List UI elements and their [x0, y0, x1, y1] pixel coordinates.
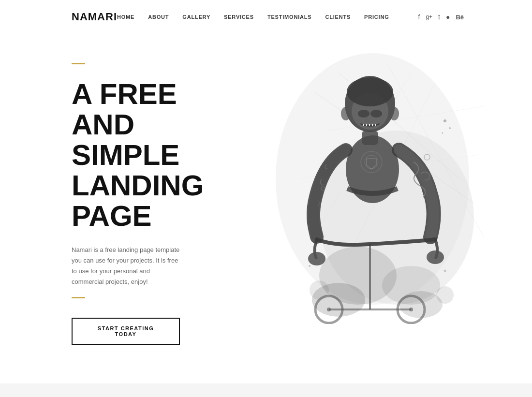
nav-pricing[interactable]: PRICING [364, 14, 389, 20]
svg-point-17 [308, 252, 325, 265]
header: NAMARI HOME ABOUT GALLERY SERVICES TESTI… [0, 0, 532, 34]
nav-services[interactable]: SERVICES [224, 14, 254, 20]
svg-point-27 [449, 127, 451, 129]
main-nav: HOME ABOUT GALLERY SERVICES TESTIMONIALS… [117, 14, 389, 20]
instagram-icon[interactable]: ● [446, 13, 450, 21]
hero-title: A FREE AND SIMPLE LANDING PAGE [72, 79, 180, 231]
hero-accent-line [72, 63, 85, 64]
svg-point-41 [409, 308, 413, 311]
svg-point-29 [309, 265, 310, 267]
svg-point-32 [399, 291, 443, 318]
svg-point-25 [389, 107, 399, 120]
hero-divider [72, 297, 85, 298]
svg-point-23 [370, 110, 382, 118]
svg-point-14 [347, 77, 393, 106]
nav-testimonials[interactable]: TESTIMONIALS [267, 14, 312, 20]
behance-icon[interactable]: Bē [456, 14, 464, 21]
hero-subtitle: Namari is a free landing page template y… [72, 245, 180, 287]
hero-content: A FREE AND SIMPLE LANDING PAGE Namari is… [0, 34, 251, 383]
svg-point-28 [442, 132, 443, 134]
svg-point-18 [427, 250, 444, 264]
svg-point-40 [327, 308, 331, 311]
hero-image [242, 34, 503, 324]
facebook-icon[interactable]: f [418, 13, 420, 21]
page-wrapper: NAMARI HOME ABOUT GALLERY SERVICES TESTI… [0, 0, 532, 397]
google-plus-icon[interactable]: g+ [426, 14, 432, 20]
bottom-section: SUCCESS How We Help You To Sell Your Pro… [0, 383, 532, 397]
svg-point-30 [444, 270, 446, 272]
twitter-icon[interactable]: t [438, 13, 440, 21]
site-logo[interactable]: NAMARI [72, 11, 117, 23]
nav-gallery[interactable]: GALLERY [182, 14, 210, 20]
social-icons: f g+ t ● Bē [418, 13, 464, 21]
svg-rect-21 [362, 131, 378, 145]
svg-point-24 [341, 107, 351, 120]
svg-point-26 [443, 119, 446, 122]
svg-point-34 [436, 286, 454, 304]
nav-clients[interactable]: CLIENTS [325, 14, 351, 20]
hero-section: A FREE AND SIMPLE LANDING PAGE Namari is… [0, 34, 532, 383]
nav-about[interactable]: ABOUT [148, 14, 169, 20]
cta-button[interactable]: START CREATING TODAY [72, 318, 180, 345]
nav-home[interactable]: HOME [117, 14, 134, 20]
